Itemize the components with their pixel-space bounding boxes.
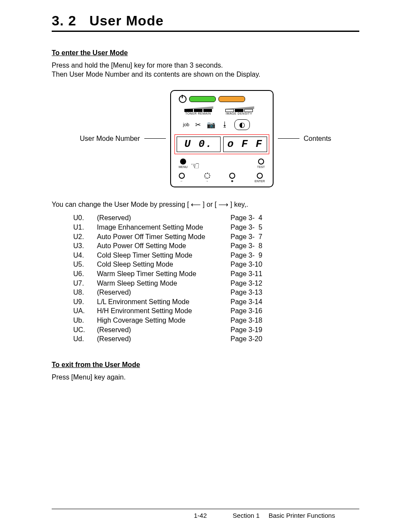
hand-pointer-icon: ☜ bbox=[190, 160, 200, 172]
right-button bbox=[204, 173, 210, 179]
lcd-left: U 0. bbox=[177, 137, 221, 152]
list-item: Ub.High Coverage Setting ModePage 3-18 bbox=[73, 316, 359, 325]
change-mid: ] or [ bbox=[201, 201, 218, 208]
control-panel: TONER REMAIN IMAGE DENSITY job ✂ 📷 ⭳ ◐ bbox=[170, 90, 274, 187]
menu-button bbox=[180, 159, 186, 165]
list-item: Ud.(Reserved)Page 3-20 bbox=[73, 334, 359, 344]
led-green bbox=[189, 96, 216, 102]
list-item: UA.H/H Environment Setting ModePage 3-16 bbox=[73, 306, 359, 316]
contrast-button: ◐ bbox=[234, 119, 250, 130]
callout-line-left bbox=[144, 138, 166, 139]
toner-remain: TONER REMAIN bbox=[183, 106, 213, 115]
exit-title: To exit from the User Mode bbox=[52, 361, 359, 369]
list-item: U6.Warm Sleep Timer Setting ModePage 3-1… bbox=[73, 269, 359, 279]
left-button bbox=[179, 173, 185, 179]
mode-icons: job ✂ 📷 ⭳ ◐ bbox=[183, 119, 269, 130]
list-item: U3.Auto Power Off Setting ModePage 3- 8 bbox=[73, 241, 359, 251]
triangle-icon bbox=[224, 106, 254, 109]
list-item: U2.Auto Power Off Timer Setting ModePage… bbox=[73, 232, 359, 242]
callout-left: User Mode Number bbox=[80, 135, 140, 143]
enter-line2: Then User Mode Number and its contents a… bbox=[52, 70, 359, 79]
arrow-left-icon: ⟵ bbox=[191, 200, 201, 209]
arrow-right-icon: ⟶ bbox=[218, 200, 228, 209]
test-button bbox=[258, 159, 264, 165]
enter-text: Press and hold the [Menu] key for more t… bbox=[52, 61, 359, 79]
callout-right: Contents bbox=[304, 135, 331, 143]
camera-icon: 📷 bbox=[207, 121, 215, 129]
list-item: U7.Warm Sleep Setting ModePage 3-12 bbox=[73, 279, 359, 288]
heading-title: User Mode bbox=[89, 13, 164, 28]
mode-list: U0.(Reserved)Page 3- 4 U1.Image Enhancem… bbox=[73, 213, 359, 343]
level-indicators: TONER REMAIN IMAGE DENSITY bbox=[183, 106, 269, 115]
panel-diagram: User Mode Number TONER REMAIN bbox=[52, 90, 359, 187]
density-label: IMAGE DENSITY bbox=[226, 112, 252, 115]
list-item: UC.(Reserved)Page 3-19 bbox=[73, 325, 359, 335]
button-row-bottom: ← → ✱ ENTER bbox=[174, 173, 269, 183]
list-item: U0.(Reserved)Page 3- 4 bbox=[73, 213, 359, 223]
footer-page: 1-42 bbox=[194, 512, 207, 519]
change-text: You can change the User Mode by pressing… bbox=[52, 200, 359, 209]
download-icon: ⭳ bbox=[221, 121, 228, 128]
page-footer: 1-42 Section 1 Basic Printer Functions bbox=[52, 509, 359, 519]
list-item: U9.L/L Environment Setting ModePage 3-14 bbox=[73, 297, 359, 307]
list-item: U5.Cold Sleep Setting ModePage 3-10 bbox=[73, 260, 359, 269]
left-label: ← bbox=[180, 180, 183, 183]
lcd-right: o F F bbox=[223, 137, 267, 152]
button-row-top: MENU . . TEST bbox=[174, 159, 269, 168]
list-item: U1.Image Enhancement Setting ModePage 3-… bbox=[73, 223, 359, 232]
toner-label: TONER REMAIN bbox=[185, 112, 211, 115]
exit-text: Press [Menu] key again. bbox=[52, 373, 359, 382]
enter-title: To enter the User Mode bbox=[52, 49, 359, 57]
section-heading: 3. 2User Mode bbox=[52, 13, 359, 32]
menu-label: MENU bbox=[179, 165, 188, 168]
right-label: → bbox=[206, 180, 209, 183]
enter-button bbox=[257, 173, 263, 179]
star-button bbox=[229, 173, 235, 179]
star-label: ✱ bbox=[231, 180, 234, 183]
list-item: U8.(Reserved)Page 3-13 bbox=[73, 288, 359, 297]
change-prefix: You can change the User Mode by pressing… bbox=[52, 201, 191, 208]
change-suffix: ] key,. bbox=[228, 201, 248, 208]
scissors-icon: ✂ bbox=[195, 121, 201, 129]
enter-label: ENTER bbox=[255, 180, 265, 183]
status-lights bbox=[179, 95, 269, 103]
job-label: job bbox=[183, 122, 190, 127]
image-density: IMAGE DENSITY bbox=[224, 106, 254, 115]
heading-number: 3. 2 bbox=[52, 13, 76, 28]
enter-line1: Press and hold the [Menu] key for more t… bbox=[52, 61, 359, 70]
test-label: TEST bbox=[257, 165, 265, 168]
triangle-icon bbox=[183, 106, 213, 109]
callout-line-right bbox=[278, 138, 299, 139]
led-orange bbox=[218, 96, 245, 102]
list-item: U4.Cold Sleep Timer Setting ModePage 3- … bbox=[73, 251, 359, 260]
footer-section: Section 1 Basic Printer Functions bbox=[233, 512, 335, 519]
display-row: U 0. o F F bbox=[174, 134, 269, 154]
power-icon bbox=[179, 95, 187, 103]
